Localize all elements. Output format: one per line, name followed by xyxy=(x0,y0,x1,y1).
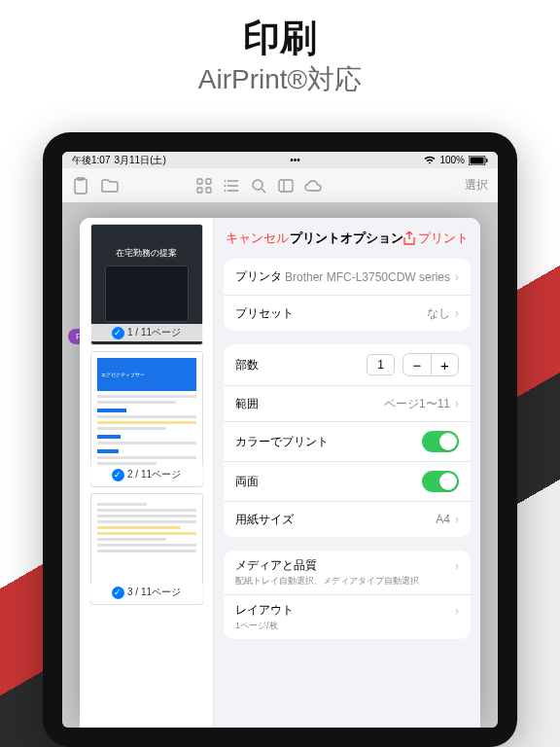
layout-row[interactable]: レイアウト› 1ページ/枚 xyxy=(224,594,471,639)
chevron-right-icon: › xyxy=(455,270,459,284)
svg-point-13 xyxy=(225,185,227,187)
svg-rect-1 xyxy=(470,157,483,163)
cancel-button[interactable]: キャンセル xyxy=(226,230,289,247)
battery-icon xyxy=(469,156,488,165)
svg-rect-17 xyxy=(279,180,293,192)
copies-row: 部数 1 − + xyxy=(224,344,471,385)
share-icon xyxy=(403,231,415,245)
thumb-2-title: エグゼクティブサー xyxy=(97,358,196,391)
print-button[interactable]: プリント xyxy=(403,230,469,247)
battery-percent: 100% xyxy=(439,155,465,165)
preview-column: 在宅勤務の提案 ✓1 / 11ページ エグゼクティブサー xyxy=(80,218,214,728)
svg-rect-6 xyxy=(206,179,211,184)
media-row[interactable]: メディアと品質› 配紙トレイ自動選択、メディアタイプ自動選択 xyxy=(224,551,471,594)
preset-row[interactable]: プリセット なし› xyxy=(224,295,471,331)
sheet-title: プリントオプション xyxy=(290,230,403,247)
svg-point-15 xyxy=(253,180,262,190)
ipad-frame: 午後1:07 3月11日(土) ••• 100% xyxy=(43,132,517,747)
duplex-row: 両面 xyxy=(224,461,471,501)
thumb-2[interactable]: エグゼクティブサー ✓2 / 11ページ xyxy=(90,351,203,487)
chevron-right-icon: › xyxy=(455,604,459,618)
copies-value[interactable]: 1 xyxy=(367,354,395,375)
printer-row[interactable]: プリンタ Brother MFC-L3750CDW series› xyxy=(224,259,471,295)
sheet-header: キャンセル プリントオプション プリント xyxy=(214,218,480,259)
check-icon: ✓ xyxy=(112,327,124,339)
svg-line-16 xyxy=(262,189,265,193)
app-toolbar: 選択 xyxy=(62,168,498,203)
duplex-toggle[interactable] xyxy=(422,471,459,492)
chevron-right-icon: › xyxy=(455,559,459,573)
list-icon[interactable] xyxy=(223,177,240,195)
svg-rect-7 xyxy=(197,188,202,193)
select-button[interactable]: 選択 xyxy=(465,177,488,194)
thumb-3[interactable]: ✓3 / 11ページ xyxy=(90,493,203,605)
promo-subtitle: AirPrint®対応 xyxy=(0,61,560,98)
thumb-2-page: 2 / 11ページ xyxy=(127,469,181,480)
check-icon: ✓ xyxy=(112,587,124,599)
svg-rect-8 xyxy=(206,188,211,193)
layout-icon[interactable] xyxy=(277,177,295,195)
svg-rect-2 xyxy=(486,159,488,162)
print-sheet: 在宅勤務の提案 ✓1 / 11ページ エグゼクティブサー xyxy=(80,218,480,728)
svg-rect-5 xyxy=(197,179,202,184)
range-row[interactable]: 範囲 ページ1〜11› xyxy=(224,385,471,421)
svg-point-14 xyxy=(225,190,227,192)
thumb-1[interactable]: 在宅勤務の提案 ✓1 / 11ページ xyxy=(90,224,203,345)
grid-icon[interactable] xyxy=(195,177,213,195)
chevron-right-icon: › xyxy=(455,513,459,526)
dynamic-island-dots: ••• xyxy=(290,155,300,165)
thumb-3-page: 3 / 11ページ xyxy=(127,587,181,597)
folder-icon[interactable] xyxy=(101,177,119,195)
status-bar: 午後1:07 3月11日(土) ••• 100% xyxy=(62,152,498,168)
thumb-1-caption: 在宅勤務の提案 xyxy=(116,247,177,260)
thumb-1-page: 1 / 11ページ xyxy=(127,327,181,338)
paper-row[interactable]: 用紙サイズ A4› xyxy=(224,501,471,537)
clipboard-icon[interactable] xyxy=(72,177,89,195)
search-icon[interactable] xyxy=(250,177,267,195)
svg-point-12 xyxy=(225,180,227,182)
cloud-icon[interactable] xyxy=(304,177,322,195)
svg-rect-3 xyxy=(75,179,87,194)
status-time: 午後1:07 xyxy=(72,154,110,167)
copies-minus[interactable]: − xyxy=(403,354,431,375)
chevron-right-icon: › xyxy=(455,397,459,410)
wifi-icon xyxy=(424,156,436,164)
check-icon: ✓ xyxy=(112,469,124,481)
color-row: カラーでプリント xyxy=(224,421,471,461)
promo-title: 印刷 xyxy=(0,14,560,63)
color-toggle[interactable] xyxy=(422,431,459,452)
status-date: 3月11日(土) xyxy=(114,154,165,167)
chevron-right-icon: › xyxy=(455,306,459,320)
copies-plus[interactable]: + xyxy=(431,354,458,375)
